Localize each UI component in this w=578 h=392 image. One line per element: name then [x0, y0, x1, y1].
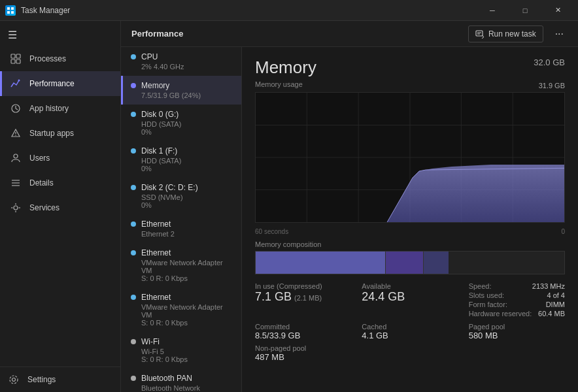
processes-icon	[10, 53, 22, 65]
composition-label: Memory composition	[255, 240, 565, 248]
minimize-button[interactable]: ─	[477, 0, 507, 21]
cached-value: 4.1 GB	[362, 331, 458, 340]
memory-detail-panel: Memory 32.0 GB Memory usage 31.9 GB	[242, 47, 578, 392]
perf-item-disk2[interactable]: Disk 2 (C: D: E:) SSD (NVMe) 0%	[121, 178, 241, 214]
sidebar-item-startup[interactable]: Startup apps	[0, 121, 120, 146]
svg-point-22	[12, 378, 16, 382]
eth1-sub: Ethernet 2	[131, 230, 233, 238]
startup-icon	[10, 127, 22, 139]
eth2-sub2: S: 0 R: 0 Kbps	[131, 274, 233, 282]
users-icon	[10, 152, 22, 164]
form-factor-label: Form factor:	[469, 301, 507, 308]
app-icon	[5, 5, 16, 16]
wifi-dot	[131, 339, 136, 344]
sidebar-item-services[interactable]: Services	[0, 195, 120, 220]
chart-time-labels: 60 seconds 0	[255, 228, 565, 235]
perf-item-disk0[interactable]: Disk 0 (G:) HDD (SATA) 0%	[121, 105, 241, 141]
hw-reserved-value: 60.4 MB	[538, 310, 565, 318]
perf-item-disk1[interactable]: Disk 1 (F:) HDD (SATA) 0%	[121, 141, 241, 178]
eth1-dot	[131, 221, 136, 227]
non-paged-pool-label: Non-paged pool	[255, 344, 351, 352]
title-bar: Task Manager ─ □ ✕	[0, 0, 578, 21]
hw-reserved-label: Hardware reserved:	[469, 310, 532, 318]
svg-point-13	[14, 154, 18, 158]
memory-dot	[131, 83, 136, 88]
speed-row: Speed: 2133 MHz	[469, 282, 565, 290]
comp-standby	[424, 252, 449, 274]
slots-label: Slots used:	[469, 291, 504, 299]
maximize-button[interactable]: □	[510, 0, 540, 21]
perf-item-cpu[interactable]: CPU 2% 4.40 GHz	[121, 47, 241, 76]
sidebar-label-settings: Settings	[27, 375, 56, 384]
svg-rect-6	[11, 59, 15, 63]
stat-non-paged-pool: Non-paged pool 487 MB	[255, 344, 351, 362]
performance-sidebar: CPU 2% 4.40 GHz Memory 7.5/31.9 GB (24%)	[121, 47, 242, 392]
in-use-label: In use (Compressed)	[255, 282, 351, 290]
stat-committed: Committed 8.5/33.9 GB	[255, 323, 351, 340]
eth3-dot	[131, 295, 136, 300]
run-new-task-label: Run new task	[488, 29, 536, 39]
sidebar-item-app-history[interactable]: App history	[0, 96, 120, 121]
window-controls: ─ □ ✕	[477, 0, 573, 21]
memory-sub: 7.5/31.9 GB (24%)	[131, 91, 233, 99]
sidebar-item-users[interactable]: Users	[0, 146, 120, 171]
slots-value: 4 of 4	[547, 291, 565, 299]
perf-item-ethernet2[interactable]: Ethernet VMware Network Adapter VM S: 0 …	[121, 243, 241, 287]
eth2-name: Ethernet	[141, 248, 171, 257]
perf-item-ethernet1[interactable]: Ethernet Ethernet 2	[121, 214, 241, 243]
svg-rect-2	[7, 11, 10, 14]
header-actions: Run new task ···	[468, 25, 568, 42]
stat-in-use: In use (Compressed) 7.1 GB (2.1 MB)	[255, 282, 351, 319]
disk0-dot	[131, 112, 136, 117]
performance-icon	[10, 78, 22, 90]
time-end-label: 0	[561, 228, 565, 235]
hamburger-menu[interactable]: ☰	[0, 24, 120, 46]
perf-item-wifi[interactable]: Wi-Fi Wi-Fi 5 S: 0 R: 0 Kbps	[121, 332, 241, 368]
sidebar-item-details[interactable]: Details	[0, 171, 120, 195]
sidebar-label-users: Users	[29, 154, 50, 163]
sidebar-item-performance[interactable]: Performance	[0, 71, 120, 96]
form-factor-row: Form factor: DIMM	[469, 301, 565, 308]
perf-item-bluetooth[interactable]: Bluetooth PAN Bluetooth Network Connecti…	[121, 368, 241, 392]
available-label: Available	[362, 282, 458, 290]
eth2-sub1: VMware Network Adapter VM	[131, 259, 233, 274]
services-icon	[10, 202, 22, 214]
more-options-button[interactable]: ···	[551, 25, 568, 42]
run-task-icon	[475, 29, 484, 39]
settings-item[interactable]: Settings	[0, 367, 120, 392]
time-start-label: 60 seconds	[255, 228, 288, 235]
sidebar-item-processes[interactable]: Processes	[0, 46, 120, 71]
bt-name: Bluetooth PAN	[141, 374, 192, 383]
disk1-sub1: HDD (SATA)	[131, 157, 233, 165]
cpu-name: CPU	[141, 52, 158, 61]
paged-pool-value: 580 MB	[469, 331, 565, 340]
paged-pool-label: Paged pool	[469, 323, 565, 331]
perf-item-memory[interactable]: Memory 7.5/31.9 GB (24%)	[121, 76, 241, 105]
bt-dot	[131, 376, 136, 381]
speed-value: 2133 MHz	[532, 282, 565, 290]
disk2-sub2: 0%	[131, 201, 233, 209]
close-button[interactable]: ✕	[543, 0, 573, 21]
perf-item-ethernet3[interactable]: Ethernet VMware Network Adapter VM S: 0 …	[121, 287, 241, 332]
disk2-sub1: SSD (NVMe)	[131, 193, 233, 201]
svg-rect-3	[11, 11, 14, 14]
non-paged-pool-value: 487 MB	[255, 352, 351, 362]
composition-bar	[255, 251, 565, 274]
eth3-sub1: VMware Network Adapter VM	[131, 303, 233, 319]
sidebar-label-services: Services	[29, 203, 60, 212]
bt-sub1: Bluetooth Network Connectio	[131, 384, 233, 392]
run-new-task-button[interactable]: Run new task	[468, 25, 543, 42]
main-sidebar: ☰ Processes Performance	[0, 21, 121, 392]
memory-name: Memory	[141, 81, 169, 90]
app-container: ☰ Processes Performance	[0, 21, 578, 392]
sidebar-label-details: Details	[29, 178, 54, 188]
wifi-name: Wi-Fi	[141, 337, 160, 346]
memory-title-row: Memory 32.0 GB	[255, 57, 565, 78]
sidebar-label-app-history: App history	[29, 104, 69, 113]
disk1-dot	[131, 148, 136, 154]
comp-free	[449, 252, 564, 274]
stat-paged-pool: Paged pool 580 MB	[469, 323, 565, 340]
settings-icon	[8, 374, 20, 385]
chart-grid-svg	[256, 93, 564, 222]
stat-cached: Cached 4.1 GB	[362, 323, 458, 340]
